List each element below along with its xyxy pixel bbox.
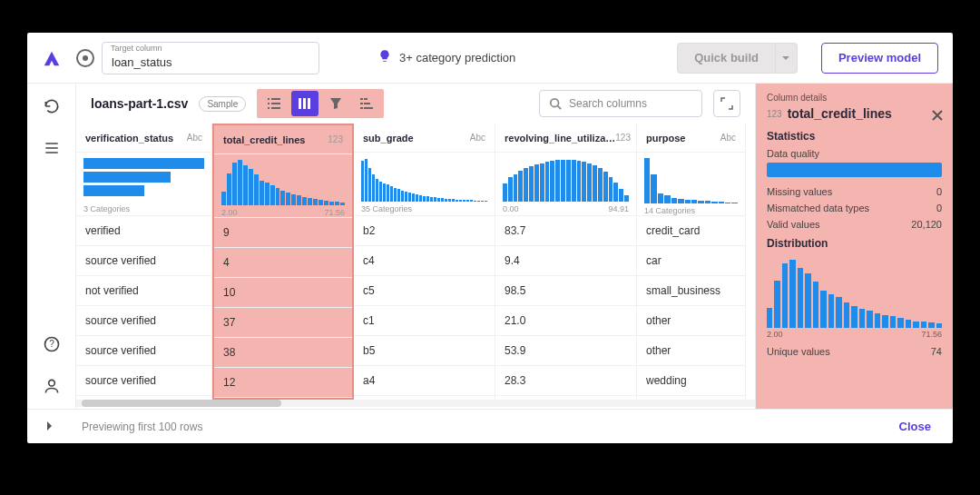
column-header[interactable]: sub_gradeAbc (354, 124, 495, 153)
table-cell[interactable]: 10 (214, 278, 352, 308)
left-nav-rail: ? (27, 84, 76, 409)
list-icon[interactable] (42, 138, 62, 158)
preview-row-count: Previewing first 100 rows (82, 421, 202, 433)
table-cell[interactable]: source verified (76, 306, 211, 336)
column-sub_grade[interactable]: sub_gradeAbc35 Categoriesb2c4c5c1b5a4 (354, 124, 495, 400)
stat-label: Valid values (767, 219, 820, 230)
column-mini-chart: 0.0094.91 (495, 153, 636, 216)
viz-caption-right: 94.91 (608, 204, 629, 213)
table-cell[interactable]: small_business (637, 276, 745, 306)
distribution-heading: Distribution (767, 237, 942, 250)
sample-badge: Sample (199, 96, 246, 112)
table-cell[interactable]: 21.0 (495, 306, 636, 336)
table-cell[interactable]: wedding (637, 366, 745, 396)
view-list-button[interactable] (260, 91, 288, 116)
expand-button[interactable] (713, 90, 740, 117)
table-cell[interactable]: verified (76, 216, 211, 246)
target-icon (76, 49, 94, 67)
table-cell[interactable]: 83.7 (495, 216, 636, 246)
horizontal-scrollbar[interactable] (76, 400, 755, 407)
quick-build-button[interactable]: Quick build (677, 43, 776, 74)
table-cell[interactable]: 12 (214, 368, 352, 398)
table-cell[interactable]: not verified (76, 276, 211, 306)
svg-rect-3 (299, 98, 301, 109)
column-type: Abc (470, 133, 485, 143)
table-cell[interactable]: 98.5 (495, 276, 636, 306)
table-cell[interactable]: 4 (214, 248, 352, 278)
table-cell[interactable]: other (637, 306, 745, 336)
search-columns-input[interactable]: Search columns (539, 90, 702, 117)
sort-button[interactable] (353, 91, 380, 116)
filter-button[interactable] (322, 91, 349, 116)
column-mini-chart: 35 Categories (354, 153, 495, 216)
stat-value: 0 (936, 186, 942, 197)
target-column-label: Target column (111, 44, 162, 53)
column-name: revolving_line_utiliza… (505, 133, 615, 144)
column-name: total_credit_lines (223, 134, 305, 145)
column-details-panel: Column details 123 total_credit_lines St… (755, 84, 953, 409)
refresh-icon[interactable] (42, 96, 62, 116)
table-cell[interactable]: other (637, 336, 745, 366)
svg-line-7 (558, 106, 562, 110)
svg-rect-5 (308, 98, 310, 109)
table-cell[interactable]: credit_card (637, 216, 745, 246)
svg-rect-4 (303, 98, 306, 109)
app-logo-icon (42, 48, 62, 68)
preview-model-button[interactable]: Preview model (821, 43, 938, 74)
help-icon[interactable]: ? (42, 334, 62, 354)
table-cell[interactable]: source verified (76, 366, 211, 396)
column-header[interactable]: verification_statusAbc (76, 124, 211, 153)
app-window: Target column 3+ category prediction Qui… (27, 33, 953, 443)
viz-caption-left: 3 Categories (83, 204, 130, 213)
close-details-button[interactable] (931, 109, 944, 125)
column-type: Abc (720, 133, 736, 143)
table-cell[interactable]: a4 (354, 366, 495, 396)
lightbulb-icon (377, 49, 392, 66)
footer-close-button[interactable]: Close (899, 420, 931, 433)
column-mini-chart: 3 Categories (76, 153, 211, 216)
file-name: loans-part-1.csv (91, 96, 188, 111)
column-verification_status[interactable]: verification_statusAbc3 Categoriesverifi… (76, 124, 212, 400)
column-header[interactable]: total_credit_lines123 (214, 125, 352, 154)
column-header[interactable]: purposeAbc (637, 124, 745, 153)
column-revolving_line_utiliza…[interactable]: revolving_line_utiliza…1230.0094.9183.79… (495, 124, 637, 400)
svg-point-6 (551, 99, 559, 107)
column-mini-chart: 14 Categories (637, 153, 745, 216)
table-cell[interactable]: c5 (354, 276, 495, 306)
column-name: verification_status (85, 133, 173, 144)
column-name: sub_grade (363, 133, 414, 144)
table-cell[interactable]: 28.3 (495, 366, 636, 396)
chevron-right-icon (44, 421, 54, 431)
column-type: 123 (615, 133, 631, 143)
column-purpose[interactable]: purposeAbc14 Categoriescredit_cardcarsma… (637, 124, 746, 400)
svg-point-2 (48, 380, 54, 386)
user-icon[interactable] (42, 376, 62, 396)
table-cell[interactable]: b2 (354, 216, 495, 246)
table-cell[interactable]: car (637, 246, 745, 276)
table-cell[interactable]: 53.9 (495, 336, 636, 366)
column-header[interactable]: revolving_line_utiliza…123 (495, 124, 636, 153)
table-cell[interactable]: source verified (76, 246, 211, 276)
table-cell[interactable]: 37 (214, 308, 352, 338)
table-cell[interactable]: c4 (354, 246, 495, 276)
quick-build-dropdown[interactable] (776, 43, 798, 74)
details-panel-label: Column details (767, 93, 942, 103)
distribution-chart (767, 255, 942, 328)
search-icon (549, 97, 562, 110)
dist-max: 71.56 (921, 330, 942, 339)
stat-row: Mismatched data types0 (767, 203, 942, 213)
footer-expand-button[interactable] (44, 419, 54, 435)
data-quality-label: Data quality (767, 148, 942, 159)
table-cell[interactable]: 9.4 (495, 246, 636, 276)
target-column-group: Target column (76, 42, 319, 74)
table-cell[interactable]: 38 (214, 338, 352, 368)
stat-row: Unique values74 (767, 346, 942, 357)
table-cell[interactable]: source verified (76, 336, 211, 366)
view-columns-button[interactable] (291, 91, 318, 116)
column-total_credit_lines[interactable]: total_credit_lines1232.0071.569410373812 (212, 124, 354, 400)
table-cell[interactable]: c1 (354, 306, 495, 336)
table-cell[interactable]: 9 (214, 218, 352, 248)
column-type: Abc (187, 133, 202, 143)
table-cell[interactable]: b5 (354, 336, 495, 366)
data-grid[interactable]: verification_statusAbc3 Categoriesverifi… (76, 124, 755, 409)
